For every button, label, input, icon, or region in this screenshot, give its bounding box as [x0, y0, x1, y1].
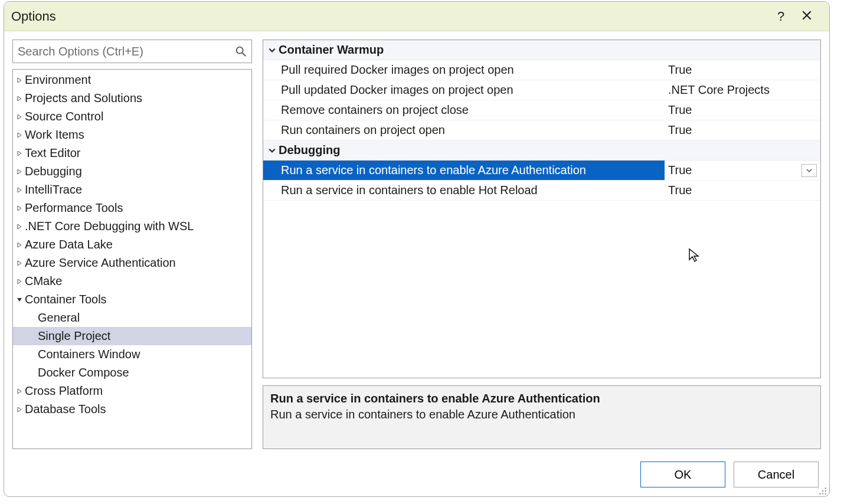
chevron-down-icon [266, 146, 279, 155]
tree-item[interactable]: CMake [13, 272, 251, 290]
chevron-right-icon[interactable] [15, 94, 24, 103]
window-title: Options [11, 9, 56, 24]
content-area: EnvironmentProjects and SolutionsSource … [4, 31, 829, 455]
tree-item[interactable]: .NET Core Debugging with WSL [13, 217, 251, 235]
options-tree[interactable]: EnvironmentProjects and SolutionsSource … [13, 70, 251, 449]
tree-item[interactable]: Text Editor [13, 144, 251, 162]
tree-item-label: Projects and Solutions [25, 91, 142, 105]
chevron-right-icon[interactable] [15, 222, 24, 231]
property-group-header[interactable]: Container Warmup [263, 40, 820, 60]
tree-item-label: Azure Data Lake [25, 238, 113, 251]
property-label: Run a service in containers to enable Az… [263, 161, 665, 180]
tree-item-label: Text Editor [25, 146, 80, 160]
svg-line-1 [243, 53, 246, 57]
tree-item[interactable]: Azure Data Lake [13, 235, 251, 254]
svg-point-0 [237, 47, 243, 54]
svg-point-2 [825, 487, 826, 489]
svg-point-4 [825, 490, 826, 492]
chevron-right-icon[interactable] [15, 113, 24, 121]
tree-item[interactable]: Database Tools [13, 400, 251, 418]
tree-item-label: Debugging [25, 165, 82, 178]
property-label: Pull required Docker images on project o… [263, 60, 665, 80]
tree-item-label: Work Items [25, 128, 84, 142]
chevron-right-icon[interactable] [15, 204, 24, 212]
help-button[interactable]: ? [768, 5, 794, 28]
property-value[interactable]: True [665, 161, 820, 180]
tree-item[interactable]: Environment [13, 71, 251, 89]
left-pane: EnvironmentProjects and SolutionsSource … [12, 40, 252, 449]
chevron-right-icon[interactable] [15, 186, 24, 194]
svg-point-5 [819, 493, 820, 495]
tree-item-label: Container Tools [25, 293, 107, 306]
chevron-right-icon[interactable] [15, 259, 24, 267]
tree-item-label: Database Tools [25, 402, 106, 416]
chevron-right-icon[interactable] [15, 387, 24, 395]
svg-point-6 [822, 493, 823, 495]
tree-item[interactable]: Work Items [13, 126, 251, 144]
tree-item-label: Environment [25, 73, 91, 87]
close-button[interactable] [794, 5, 820, 28]
property-row[interactable]: Run a service in containers to enable Ho… [263, 181, 820, 201]
tree-item[interactable]: General [13, 309, 251, 327]
property-group-title: Debugging [279, 143, 340, 157]
tree-item[interactable]: Source Control [13, 107, 251, 126]
tree-item[interactable]: Debugging [13, 162, 251, 181]
tree-item-label: Performance Tools [25, 201, 123, 215]
property-row[interactable]: Remove containers on project closeTrue [263, 100, 820, 120]
search-icon [234, 45, 247, 58]
property-row[interactable]: Pull updated Docker images on project op… [263, 80, 820, 100]
property-label: Run a service in containers to enable Ho… [263, 181, 665, 200]
resize-grip-icon[interactable] [819, 486, 827, 494]
property-row[interactable]: Run containers on project openTrue [263, 120, 820, 140]
cancel-button[interactable]: Cancel [734, 462, 819, 487]
ok-button[interactable]: OK [640, 462, 725, 487]
chevron-down-icon [266, 46, 279, 54]
close-icon [802, 9, 812, 24]
property-value[interactable]: .NET Core Projects [665, 80, 820, 100]
chevron-right-icon[interactable] [15, 405, 24, 414]
tree-item-label: Containers Window [38, 348, 140, 361]
right-pane: Container WarmupPull required Docker ima… [263, 40, 821, 449]
property-row[interactable]: Pull required Docker images on project o… [263, 60, 820, 80]
tree-item[interactable]: Single Project [13, 327, 251, 345]
property-value[interactable]: True [665, 100, 820, 120]
property-value[interactable]: True [665, 181, 820, 200]
chevron-right-icon[interactable] [15, 277, 24, 286]
property-row[interactable]: Run a service in containers to enable Az… [263, 161, 820, 181]
description-text: Run a service in containers to enable Az… [270, 408, 813, 421]
tree-item-label: General [38, 311, 80, 325]
chevron-right-icon[interactable] [15, 149, 24, 158]
search-input[interactable] [12, 40, 252, 63]
property-value[interactable]: True [665, 120, 820, 140]
tree-item-label: Docker Compose [38, 366, 129, 379]
property-value[interactable]: True [665, 60, 820, 80]
search-wrap [12, 40, 252, 63]
tree-item-label: .NET Core Debugging with WSL [25, 220, 194, 233]
property-group-title: Container Warmup [279, 43, 384, 57]
tree-item[interactable]: Cross Platform [13, 382, 251, 400]
tree-item[interactable]: Projects and Solutions [13, 89, 251, 107]
property-label: Pull updated Docker images on project op… [263, 80, 665, 100]
chevron-right-icon[interactable] [15, 168, 24, 176]
tree-item[interactable]: Performance Tools [13, 199, 251, 217]
property-label: Run containers on project open [263, 120, 665, 140]
tree-item[interactable]: Azure Service Authentication [13, 254, 251, 272]
chevron-right-icon[interactable] [15, 131, 24, 139]
tree-item[interactable]: IntelliTrace [13, 181, 251, 199]
property-group-header[interactable]: Debugging [263, 140, 820, 161]
dropdown-button[interactable] [802, 164, 817, 177]
help-icon: ? [777, 9, 784, 24]
options-dialog: Options ? EnvironmentProjects and Soluti… [4, 1, 830, 497]
chevron-right-icon[interactable] [15, 76, 24, 84]
description-panel: Run a service in containers to enable Az… [263, 385, 821, 449]
tree-item[interactable]: Containers Window [13, 345, 251, 364]
tree-item-label: Single Project [38, 329, 110, 343]
tree-item[interactable]: Container Tools [13, 290, 251, 309]
titlebar: Options ? [4, 2, 829, 31]
chevron-down-icon[interactable] [15, 296, 24, 304]
chevron-right-icon[interactable] [15, 241, 24, 249]
tree-item[interactable]: Docker Compose [13, 364, 251, 382]
tree-container: EnvironmentProjects and SolutionsSource … [12, 69, 252, 449]
dialog-buttons: OK Cancel [4, 455, 829, 496]
properties-panel: Container WarmupPull required Docker ima… [263, 40, 821, 378]
